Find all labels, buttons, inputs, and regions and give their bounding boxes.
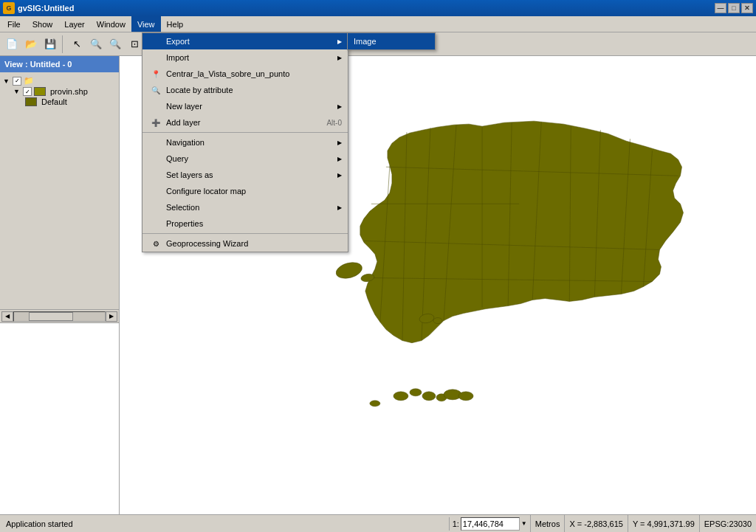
tb-zoom-in[interactable]: 🔍	[87, 35, 105, 53]
menu-item-import[interactable]: Import ▶	[142, 49, 348, 66]
main-area: View : Untitled - 0 ▼ ✓ 📁 ▼ ✓ provin.shp…	[0, 56, 756, 514]
tree-expand-layer[interactable]: ▼	[13, 88, 21, 95]
selection-arrow: ▶	[337, 204, 342, 211]
properties-icon	[148, 218, 163, 229]
geoprocessing-label: Geoprocessing Wizard	[166, 239, 342, 248]
menu-layer[interactable]: Layer	[58, 16, 91, 32]
view-title: View : Untitled - 0	[0, 56, 119, 72]
menu-item-query[interactable]: Query ▶	[142, 151, 348, 167]
scroll-left-btn[interactable]: ◀	[1, 311, 13, 322]
tb-zoom-full[interactable]: ⊡	[126, 35, 143, 53]
export-image-item[interactable]: Image	[348, 33, 435, 49]
close-button[interactable]: ✕	[741, 3, 753, 13]
menu-item-set-layers[interactable]: Set layers as ▶	[142, 167, 348, 183]
x-coord-field: X = -2,883,615	[564, 515, 627, 532]
tb-open[interactable]: 📂	[22, 35, 40, 53]
export-icon	[148, 35, 163, 47]
export-label: Export	[166, 37, 337, 46]
menu-item-properties[interactable]: Properties	[142, 215, 348, 232]
import-icon	[148, 52, 163, 63]
tree-checkbox-root[interactable]: ✓	[13, 77, 21, 86]
svg-point-18	[410, 389, 422, 396]
selection-label: Selection	[166, 203, 337, 212]
navigation-label: Navigation	[166, 138, 337, 147]
menu-help[interactable]: Help	[161, 16, 190, 32]
tree-layer: ▼ ✓ provin.shp	[13, 86, 116, 97]
view-dropdown-menu: Export ▶ Import ▶ 📍 Centrar_la_Vista_sob…	[142, 32, 348, 252]
menu-item-new-layer[interactable]: New layer ▶	[142, 98, 348, 114]
scale-input[interactable]	[461, 517, 520, 531]
configure-locator-label: Configure locator map	[166, 187, 342, 196]
svg-point-23	[370, 401, 380, 407]
scale-field: 1: ▼	[449, 517, 530, 531]
export-arrow: ▶	[337, 38, 342, 45]
epsg-field: EPSG:23030	[699, 515, 756, 532]
tree-legend: Default	[25, 97, 116, 107]
scroll-track	[13, 311, 106, 322]
new-layer-icon	[148, 100, 163, 112]
app-title: gvSIG:Untitled	[18, 4, 74, 13]
scroll-right-btn[interactable]: ▶	[106, 311, 117, 322]
menu-item-navigation[interactable]: Navigation ▶	[142, 134, 348, 151]
menu-file[interactable]: File	[1, 16, 27, 32]
menu-view[interactable]: View	[131, 16, 161, 32]
navigation-arrow: ▶	[337, 139, 342, 146]
tb-zoom-out[interactable]: 🔍	[106, 35, 124, 53]
tb-new[interactable]: 📄	[3, 35, 21, 53]
centrar-label: Centrar_la_Vista_sobre_un_punto	[166, 69, 342, 78]
add-layer-label: Add layer	[166, 118, 326, 127]
menu-item-configure-locator[interactable]: Configure locator map	[142, 183, 348, 199]
dd-sep-1	[142, 132, 348, 133]
y-coord-text: Y = 4,991,371.99	[633, 519, 695, 528]
navigation-icon	[148, 137, 163, 148]
minimize-button[interactable]: —	[715, 3, 726, 13]
left-panel: View : Untitled - 0 ▼ ✓ 📁 ▼ ✓ provin.shp…	[0, 56, 120, 514]
layer-tree: ▼ ✓ 📁 ▼ ✓ provin.shp Default	[0, 72, 119, 309]
epsg-text: EPSG:23030	[704, 519, 752, 528]
new-layer-arrow: ▶	[337, 103, 342, 110]
tb-sep-1	[62, 35, 65, 53]
import-arrow: ▶	[337, 55, 342, 61]
tree-checkbox-layer[interactable]: ✓	[23, 87, 32, 96]
menu-item-locate[interactable]: 🔍 Locate by attribute	[142, 82, 348, 98]
geoprocessing-icon: ⚙	[148, 238, 163, 249]
tree-root: ▼ ✓ 📁	[3, 75, 116, 86]
properties-label: Properties	[166, 219, 342, 228]
locate-label: Locate by attribute	[166, 86, 342, 94]
menu-item-selection[interactable]: Selection ▶	[142, 199, 348, 215]
window-controls: — □ ✕	[715, 3, 753, 13]
menu-bar: File Show Layer Window View Help	[0, 16, 756, 32]
query-arrow: ▶	[337, 156, 342, 162]
menu-window[interactable]: Window	[91, 16, 131, 32]
scale-label: 1:	[453, 519, 459, 528]
locate-icon: 🔍	[148, 84, 163, 96]
y-coord-field: Y = 4,991,371.99	[628, 515, 699, 532]
menu-show[interactable]: Show	[27, 16, 59, 32]
configure-locator-icon	[148, 185, 163, 197]
scale-dropdown-arrow[interactable]: ▼	[521, 520, 527, 527]
menu-item-geoprocessing[interactable]: ⚙ Geoprocessing Wizard	[142, 235, 348, 252]
tb-select[interactable]: ↖	[68, 35, 86, 53]
centrar-icon: 📍	[148, 68, 163, 80]
scroll-thumb[interactable]	[29, 312, 73, 321]
title-left: G gvSIG:Untitled	[3, 2, 74, 14]
legend-label: Default	[41, 97, 67, 106]
units-field: Metros	[530, 515, 565, 532]
title-bar: G gvSIG:Untitled — □ ✕	[0, 0, 756, 16]
import-label: Import	[166, 53, 337, 62]
query-icon	[148, 153, 163, 165]
layer-color-icon	[34, 87, 46, 96]
dd-sep-2	[142, 233, 348, 234]
menu-item-export[interactable]: Export ▶	[142, 33, 348, 49]
maximize-button[interactable]: □	[728, 3, 740, 13]
status-bar: Application started 1: ▼ Metros X = -2,8…	[0, 514, 756, 532]
legend-color-icon	[25, 97, 37, 106]
tree-expand-root[interactable]: ▼	[3, 77, 10, 85]
menu-item-centrar[interactable]: 📍 Centrar_la_Vista_sobre_un_punto	[142, 66, 348, 82]
left-scrollbar: ◀ ▶	[0, 309, 119, 322]
export-submenu: Image	[347, 32, 436, 50]
x-coord-text: X = -2,883,615	[569, 519, 622, 528]
selection-icon	[148, 201, 163, 213]
menu-item-add-layer[interactable]: ➕ Add layer Alt-0	[142, 114, 348, 131]
tb-save[interactable]: 💾	[41, 35, 59, 53]
